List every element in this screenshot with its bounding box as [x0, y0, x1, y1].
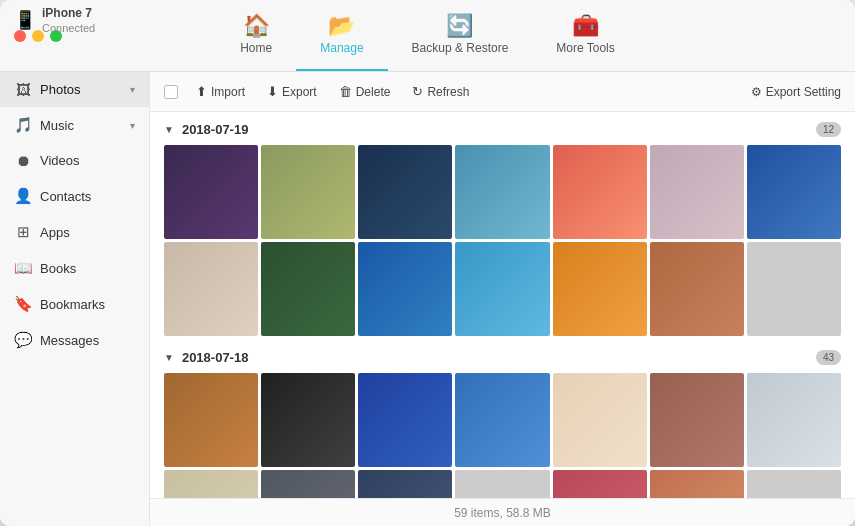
photo-thumb[interactable]: [553, 373, 647, 467]
photo-grid-1: [164, 145, 841, 336]
music-icon: 🎵: [14, 116, 32, 134]
delete-icon: 🗑: [339, 84, 352, 99]
date-count-1: 12: [816, 122, 841, 137]
photo-area[interactable]: ▼ 2018-07-19 12: [150, 112, 855, 498]
photo-thumb[interactable]: [164, 470, 258, 498]
date-header-2: ▼ 2018-07-18 43: [164, 350, 841, 365]
device-icon: 📱: [14, 10, 36, 32]
photo-thumb[interactable]: [747, 145, 841, 239]
main-area: 🖼 Photos ▾ 🎵 Music ▾ ⏺ Videos 👤 Contacts…: [0, 72, 855, 526]
sidebar-label-books: Books: [40, 261, 76, 276]
group-chevron-2[interactable]: ▼: [164, 352, 174, 363]
photo-thumb[interactable]: [164, 242, 258, 336]
backup-icon: 🔄: [446, 15, 473, 37]
date-count-2: 43: [816, 350, 841, 365]
photo-thumb[interactable]: [747, 470, 841, 498]
photo-thumb[interactable]: [358, 373, 452, 467]
tab-home-label: Home: [240, 41, 272, 55]
date-header-1: ▼ 2018-07-19 12: [164, 122, 841, 137]
sidebar-item-contacts[interactable]: 👤 Contacts: [0, 178, 149, 214]
photo-thumb[interactable]: [261, 373, 355, 467]
sidebar-label-messages: Messages: [40, 333, 99, 348]
sidebar-item-apps[interactable]: ⊞ Apps: [0, 214, 149, 250]
photo-thumb[interactable]: [164, 145, 258, 239]
photo-thumb[interactable]: [455, 373, 549, 467]
import-label: Import: [211, 85, 245, 99]
photo-thumb[interactable]: [261, 145, 355, 239]
photo-grid-2: [164, 373, 841, 498]
photo-thumb[interactable]: [747, 373, 841, 467]
photo-thumb[interactable]: [358, 242, 452, 336]
books-icon: 📖: [14, 259, 32, 277]
date-group-1: ▼ 2018-07-19 12: [164, 122, 841, 336]
group-chevron-1[interactable]: ▼: [164, 124, 174, 135]
content-area: ⬆ Import ⬇ Export 🗑 Delete ↻ Refresh ⚙: [150, 72, 855, 526]
sidebar-label-photos: Photos: [40, 82, 80, 97]
export-setting-label: Export Setting: [766, 85, 841, 99]
refresh-label: Refresh: [427, 85, 469, 99]
sidebar-item-bookmarks[interactable]: 🔖 Bookmarks: [0, 286, 149, 322]
tab-manage[interactable]: 📂 Manage: [296, 0, 387, 71]
export-icon: ⬇: [267, 84, 278, 99]
select-all-checkbox[interactable]: [164, 85, 178, 99]
device-status: Connected: [42, 21, 95, 35]
tab-tools[interactable]: 🧰 More Tools: [532, 0, 638, 71]
apps-icon: ⊞: [14, 223, 32, 241]
device-info: 📱 iPhone 7 Connected: [14, 6, 95, 36]
photo-thumb[interactable]: [358, 470, 452, 498]
date-label-2: 2018-07-18: [182, 350, 249, 365]
photo-thumb[interactable]: [164, 373, 258, 467]
contacts-icon: 👤: [14, 187, 32, 205]
photo-thumb[interactable]: [455, 242, 549, 336]
photo-thumb[interactable]: [747, 242, 841, 336]
tools-icon: 🧰: [572, 15, 599, 37]
delete-label: Delete: [356, 85, 391, 99]
export-label: Export: [282, 85, 317, 99]
sidebar-item-music[interactable]: 🎵 Music ▾: [0, 107, 149, 143]
device-text: iPhone 7 Connected: [42, 6, 95, 36]
import-button[interactable]: ⬆ Import: [186, 80, 255, 103]
gear-icon: ⚙: [751, 85, 762, 99]
chevron-down-icon: ▾: [130, 84, 135, 95]
sidebar-item-messages[interactable]: 💬 Messages: [0, 322, 149, 358]
date-label-1: 2018-07-19: [182, 122, 249, 137]
tab-backup-label: Backup & Restore: [412, 41, 509, 55]
export-button[interactable]: ⬇ Export: [257, 80, 327, 103]
photo-thumb[interactable]: [650, 373, 744, 467]
tab-home[interactable]: 🏠 Home: [216, 0, 296, 71]
chevron-down-icon-music: ▾: [130, 120, 135, 131]
import-icon: ⬆: [196, 84, 207, 99]
export-setting-button[interactable]: ⚙ Export Setting: [751, 85, 841, 99]
photo-thumb[interactable]: [650, 242, 744, 336]
refresh-button[interactable]: ↻ Refresh: [402, 80, 479, 103]
photo-thumb[interactable]: [261, 242, 355, 336]
photo-thumb[interactable]: [455, 145, 549, 239]
manage-icon: 📂: [328, 15, 355, 37]
bookmarks-icon: 🔖: [14, 295, 32, 313]
statusbar: 59 items, 58.8 MB: [150, 498, 855, 526]
sidebar-label-videos: Videos: [40, 153, 80, 168]
sidebar-item-books[interactable]: 📖 Books: [0, 250, 149, 286]
tab-backup[interactable]: 🔄 Backup & Restore: [388, 0, 533, 71]
app-window: 📱 iPhone 7 Connected 🏠 Home 📂 Manage 🔄 B…: [0, 0, 855, 526]
sidebar-label-contacts: Contacts: [40, 189, 91, 204]
photo-thumb[interactable]: [455, 470, 549, 498]
photo-thumb[interactable]: [553, 242, 647, 336]
home-icon: 🏠: [243, 15, 270, 37]
tab-tools-label: More Tools: [556, 41, 614, 55]
sidebar-label-music: Music: [40, 118, 74, 133]
photo-thumb[interactable]: [261, 470, 355, 498]
photo-thumb[interactable]: [650, 470, 744, 498]
photo-thumb[interactable]: [358, 145, 452, 239]
photo-thumb[interactable]: [553, 470, 647, 498]
toolbar: ⬆ Import ⬇ Export 🗑 Delete ↻ Refresh ⚙: [150, 72, 855, 112]
titlebar: 📱 iPhone 7 Connected 🏠 Home 📂 Manage 🔄 B…: [0, 0, 855, 72]
photo-thumb[interactable]: [650, 145, 744, 239]
date-group-2: ▼ 2018-07-18 43: [164, 350, 841, 498]
status-text: 59 items, 58.8 MB: [454, 506, 551, 520]
sidebar-item-photos[interactable]: 🖼 Photos ▾: [0, 72, 149, 107]
sidebar-item-videos[interactable]: ⏺ Videos: [0, 143, 149, 178]
messages-icon: 💬: [14, 331, 32, 349]
photo-thumb[interactable]: [553, 145, 647, 239]
delete-button[interactable]: 🗑 Delete: [329, 80, 401, 103]
